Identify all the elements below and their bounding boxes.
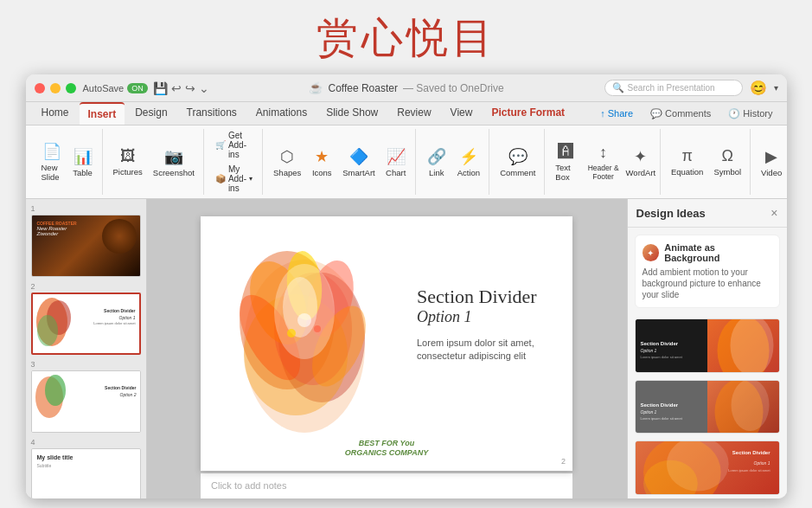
slide-lorem-text: Lorem ipsum dolor sit amet, consectetur … — [417, 337, 555, 363]
application-window: AutoSave ON 💾 ↩ ↪ ⌄ ☕ Coffee Roaster — S… — [26, 74, 787, 498]
svg-point-24 — [731, 381, 769, 431]
ribbon-content: 📄 New Slide 📊 Table 🖼 Pictures 📷 Screens… — [26, 125, 787, 198]
ribbon-tabs: Home Insert Design Transitions Animation… — [33, 102, 574, 125]
tab-transitions[interactable]: Transitions — [178, 102, 246, 125]
notes-placeholder: Click to add notes — [211, 480, 286, 491]
notes-area[interactable]: Click to add notes — [201, 473, 572, 498]
ribbon-group-links: 🔗 Link ⚡ Action — [418, 129, 489, 195]
svg-point-18 — [297, 313, 311, 327]
video-button[interactable]: ▶ Video — [758, 145, 785, 179]
tab-review[interactable]: Review — [388, 102, 439, 125]
svg-point-2 — [37, 315, 58, 346]
comments-button[interactable]: 💬 Comments — [643, 106, 718, 122]
action-button[interactable]: ⚡ Action — [454, 145, 483, 179]
ribbon-group-slides: 📄 New Slide 📊 Table — [33, 129, 103, 195]
tab-home[interactable]: Home — [33, 102, 78, 125]
tab-view[interactable]: View — [442, 102, 482, 125]
tab-animations[interactable]: Animations — [247, 102, 316, 125]
shapes-button[interactable]: ⬡ Shapes — [270, 145, 304, 179]
slide-artwork — [218, 234, 391, 459]
search-box[interactable]: 🔍 Search in Presentation — [604, 80, 743, 96]
slide-num-3: 3 — [31, 360, 141, 369]
animate-title: Animate as Background — [664, 242, 771, 263]
equation-button[interactable]: π Equation — [668, 145, 707, 178]
symbol-button[interactable]: Ω Symbol — [710, 145, 745, 178]
slide-num-1: 1 — [31, 204, 141, 213]
ribbon-group-addins: 🛒 Get Add-ins 📦 My Add-ins ▾ — [206, 129, 263, 195]
new-slide-icon: 📄 — [42, 142, 61, 161]
autosave-toggle[interactable]: ON — [127, 83, 148, 93]
save-status: — Saved to OneDrive — [403, 82, 504, 94]
share-button[interactable]: ↑ Share — [593, 106, 640, 121]
chart-button[interactable]: 📈 Chart — [382, 145, 410, 179]
ribbon-group-symbols: π Equation Ω Symbol — [662, 129, 751, 195]
save-icon[interactable]: 💾 — [153, 81, 168, 95]
comments-icon: 💬 — [650, 108, 662, 119]
slide-thumbnail-4[interactable]: 4 My slide title Subtitle — [31, 438, 141, 498]
slide-section-subtitle: Option 1 — [417, 308, 555, 326]
pictures-button[interactable]: 🖼 Pictures — [110, 145, 146, 178]
ribbon: Home Insert Design Transitions Animation… — [26, 102, 787, 199]
svg-point-19 — [287, 329, 296, 338]
more-icon[interactable]: ⌄ — [199, 81, 209, 95]
wordart-button[interactable]: ✦ WordArt — [627, 145, 655, 179]
redo-icon[interactable]: ↪ — [185, 81, 195, 95]
svg-point-22 — [730, 319, 773, 373]
textbox-icon: 🅰 — [558, 143, 573, 161]
my-addins-icon: 📦 — [215, 174, 226, 183]
action-icon: ⚡ — [459, 147, 478, 166]
slide-section-title: Section Divider — [417, 286, 555, 308]
link-button[interactable]: 🔗 Link — [423, 145, 451, 179]
share-icon: ↑ — [600, 108, 605, 119]
undo-icon[interactable]: ↩ — [171, 81, 182, 95]
slide-canvas[interactable]: Section Divider Option 1 Lorem ipsum dol… — [201, 216, 572, 471]
slide-thumbnail-2[interactable]: 2 Section Divider Option 1 Lorem ipsu — [31, 282, 141, 355]
slide-panel: 1 COFFEE ROASTER New Roaster Ziwonder 2 — [26, 199, 147, 498]
editor-area: Section Divider Option 1 Lorem ipsum dol… — [147, 199, 627, 498]
app-chinese-title: 赏心悦目 — [316, 0, 496, 74]
new-slide-button[interactable]: 📄 New Slide — [38, 140, 66, 183]
toolbar-icons: 💾 ↩ ↪ ⌄ — [153, 81, 209, 95]
symbol-icon: Ω — [722, 147, 733, 165]
close-window-button[interactable] — [35, 83, 45, 93]
minimize-window-button[interactable] — [50, 83, 61, 93]
tab-insert[interactable]: Insert — [80, 102, 125, 125]
screenshot-button[interactable]: 📷 Screenshot — [150, 145, 198, 179]
icons-button[interactable]: ★ Icons — [308, 145, 336, 179]
slide-num-4: 4 — [31, 438, 141, 447]
tab-slideshow[interactable]: Slide Show — [317, 102, 387, 125]
autosave-label: AutoSave — [83, 83, 125, 93]
my-add-ins-button[interactable]: 📦 My Add-ins ▾ — [211, 163, 257, 195]
design-close-button[interactable]: × — [770, 206, 777, 220]
search-icon: 🔍 — [612, 82, 624, 93]
design-thumb-inner-3: Section Divider Option 1 Lorem ipsum dol… — [636, 441, 779, 495]
slide-thumbnail-3[interactable]: 3 Section Divider Option 2 — [31, 360, 141, 433]
design-thumbnail-1[interactable]: Section Divider Option 1 Lorem ipsum dol… — [635, 318, 780, 373]
comment-button[interactable]: 💬 Comment — [496, 145, 539, 179]
history-button[interactable]: 🕐 History — [721, 106, 779, 122]
profile-icon[interactable]: 😊 — [750, 80, 767, 96]
design-thumbnail-3[interactable]: Section Divider Option 1 Lorem ipsum dol… — [635, 440, 780, 495]
smartart-button[interactable]: 🔷 SmartArt — [339, 145, 378, 179]
header-footer-button[interactable]: ↕ Header & Footer — [583, 142, 623, 183]
textbox-button[interactable]: 🅰 Text Box — [552, 141, 579, 183]
animate-bg-header: ✦ Animate as Background — [643, 242, 772, 263]
maximize-window-button[interactable] — [66, 83, 76, 93]
ribbon-group-media: ▶ Video 🔊 Audio — [752, 129, 786, 195]
tab-picture-format[interactable]: Picture Format — [483, 102, 573, 125]
design-panel: Design Ideas × ✦ Animate as Background A… — [627, 199, 787, 498]
svg-point-4 — [45, 375, 66, 406]
slide-thumbnail-1[interactable]: 1 COFFEE ROASTER New Roaster Ziwonder — [31, 204, 141, 277]
table-button[interactable]: 📊 Table — [69, 145, 97, 179]
slide-page-num: 2 — [561, 457, 566, 466]
account-chevron[interactable]: ▾ — [774, 83, 778, 93]
design-thumb-inner-1: Section Divider Option 1 Lorem ipsum dol… — [636, 319, 779, 373]
ribbon-group-illustrations: ⬡ Shapes ★ Icons 🔷 SmartArt 📈 Chart — [265, 129, 416, 195]
smartart-icon: 🔷 — [349, 147, 368, 166]
design-thumbnail-2[interactable]: Section Divider Option 1 Lorem ipsum dol… — [635, 380, 780, 434]
video-icon: ▶ — [765, 147, 777, 166]
animate-bg-card[interactable]: ✦ Animate as Background Add ambient moti… — [635, 235, 780, 308]
tab-design[interactable]: Design — [126, 102, 176, 125]
comment-icon: 💬 — [508, 147, 527, 166]
get-add-ins-button[interactable]: 🛒 Get Add-ins — [211, 129, 257, 161]
